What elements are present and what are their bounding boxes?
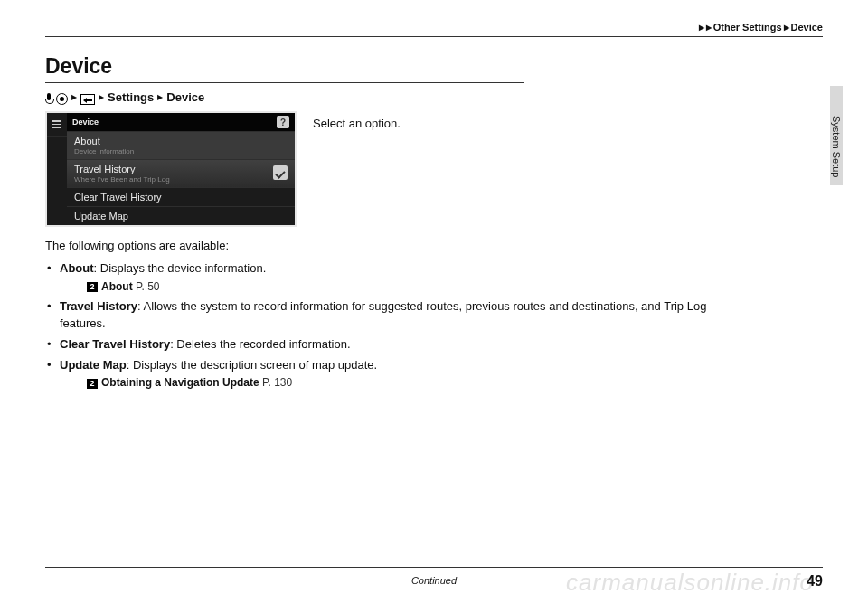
side-tab-label: System Setup xyxy=(831,116,842,177)
triangle-icon: ▶ xyxy=(157,93,163,101)
page-number: 49 xyxy=(807,573,823,589)
ref-icon: 2 xyxy=(87,282,98,292)
triangle-icon: ▶ xyxy=(99,93,104,101)
option-name: Travel History xyxy=(60,299,137,313)
option-desc: : Allows the system to record informatio… xyxy=(60,299,706,330)
triangle-icon: ▶ xyxy=(784,24,789,32)
instruction-text: Select an option. xyxy=(313,111,401,130)
triangle-icon: ▶ xyxy=(706,24,712,32)
ref-label: Obtaining a Navigation Update xyxy=(101,376,259,389)
screenshot-item-sub: Device information xyxy=(74,147,288,156)
device-screenshot: Device ? About Device information Travel… xyxy=(45,111,297,227)
triangle-icon: ▶ xyxy=(699,24,704,32)
hamburger-icon xyxy=(47,113,67,137)
page-content: Device ▶ ▶ Settings ▶ Device Device ? xyxy=(45,54,732,395)
ref-page: P. 130 xyxy=(262,376,292,389)
help-icon: ? xyxy=(277,116,289,128)
page-title: Device xyxy=(45,54,732,79)
screenshot-item-about: About Device information xyxy=(67,131,295,159)
nav-device: Device xyxy=(166,90,204,104)
ref-page: P. 50 xyxy=(136,280,159,293)
breadcrumb-a: Other Settings xyxy=(713,22,782,33)
screenshot-item-clear: Clear Travel History xyxy=(67,187,295,206)
screenshot-item-title: About xyxy=(74,136,288,146)
screenshot-item-sub: Where I've Been and Trip Log xyxy=(74,175,288,184)
option-name: Update Map xyxy=(60,358,127,372)
option-desc: : Deletes the recorded information. xyxy=(170,337,350,351)
option-name: Clear Travel History xyxy=(60,337,170,351)
option-name: About xyxy=(60,261,94,275)
back-icon xyxy=(80,94,95,105)
option-desc: : Displays the description screen of map… xyxy=(127,358,377,372)
breadcrumb-b: Device xyxy=(791,22,823,33)
rule-bottom xyxy=(45,567,823,568)
continued-label: Continued xyxy=(0,575,868,586)
option-update: Update Map: Displays the description scr… xyxy=(45,357,732,391)
intro-text: The following options are available: xyxy=(45,238,732,255)
check-icon xyxy=(273,165,288,180)
option-clear: Clear Travel History: Deletes the record… xyxy=(45,336,732,354)
screenshot-header: Device xyxy=(72,118,99,127)
screenshot-item-title: Travel History xyxy=(74,164,288,174)
voice-icon xyxy=(45,93,52,106)
ref-update: 2Obtaining a Navigation Update P. 130 xyxy=(60,375,732,391)
option-travel: Travel History: Allows the system to rec… xyxy=(45,298,732,333)
screenshot-item-title: Clear Travel History xyxy=(74,192,288,203)
ref-icon: 2 xyxy=(87,379,98,389)
screenshot-item-update: Update Map xyxy=(67,206,295,225)
option-desc: : Displays the device information. xyxy=(94,261,267,275)
nav-path: ▶ ▶ Settings ▶ Device xyxy=(45,90,732,104)
ref-label: About xyxy=(101,280,133,293)
screenshot-item-title: Update Map xyxy=(74,211,288,222)
screenshot-item-travel: Travel History Where I've Been and Trip … xyxy=(67,159,295,187)
nav-settings: Settings xyxy=(108,90,154,104)
option-about: About: Displays the device information. … xyxy=(45,260,732,295)
triangle-icon: ▶ xyxy=(71,93,77,101)
breadcrumb: ▶▶ Other Settings ▶ Device xyxy=(699,22,823,33)
ref-about: 2About P. 50 xyxy=(60,279,732,295)
home-icon xyxy=(56,93,68,105)
rule-top xyxy=(45,36,823,37)
title-rule xyxy=(45,82,524,83)
